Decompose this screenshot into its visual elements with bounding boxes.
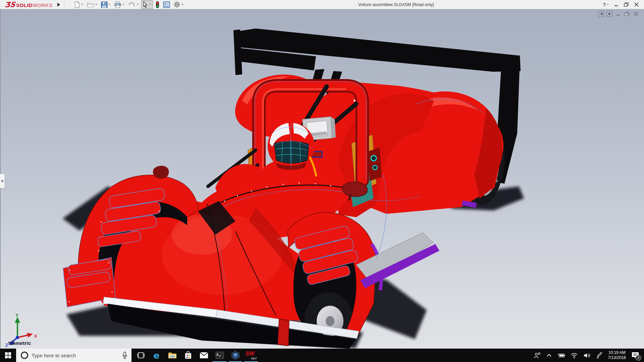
toolbar-separator	[64, 1, 64, 8]
open-button[interactable]: ▼	[86, 1, 99, 9]
new-document-icon	[74, 1, 80, 8]
close-button[interactable]	[631, 1, 641, 9]
battery-button[interactable]	[554, 349, 568, 362]
solidworks-2017-icon: SW 2017	[246, 351, 257, 360]
tray-overflow-button[interactable]	[544, 349, 554, 362]
battery-icon	[557, 353, 565, 358]
save-icon	[101, 1, 108, 8]
cortana-icon[interactable]	[21, 352, 28, 359]
solidworks-logo-glyph: ƷS	[4, 1, 16, 9]
dropdown-caret-icon[interactable]: ▼	[149, 3, 152, 6]
edge-browser-button[interactable]: e	[149, 349, 164, 362]
solidworks-taskbar-button[interactable]: SW 2017	[243, 349, 259, 362]
help-button[interactable]: ? ▼	[601, 1, 611, 9]
dropdown-caret-icon[interactable]: ▼	[95, 3, 98, 6]
windows-taskbar: Type here to search e	[0, 349, 644, 362]
search-placeholder: Type here to search	[32, 353, 122, 358]
command-prompt-button[interactable]	[212, 349, 227, 362]
wifi-icon	[571, 353, 578, 358]
view-orientation-label: *Dimetric	[8, 340, 31, 346]
chevron-up-icon	[546, 354, 552, 357]
restore-button[interactable]	[621, 1, 631, 9]
microsoft-store-button[interactable]	[180, 349, 196, 362]
display-panes-button[interactable]	[162, 1, 171, 9]
notification-badge: 2	[636, 355, 641, 361]
dropdown-caret-icon[interactable]: ▼	[81, 3, 84, 6]
document-title: Voiture assomblee.SLDASM [Read-only]	[358, 0, 434, 9]
dropdown-caret-icon[interactable]: ▼	[181, 3, 184, 6]
rebuild-stoplight-icon	[155, 1, 160, 8]
dropdown-caret-icon[interactable]: ▼	[122, 3, 125, 6]
print-icon	[114, 1, 121, 8]
clock-time: 10:19 AM	[608, 350, 626, 355]
desktop: ƷS SOLID WORKS ▼ ▼	[0, 0, 644, 362]
help-caret-icon: ▼	[606, 3, 609, 6]
new-document-button[interactable]: ▼	[73, 1, 85, 9]
driver-helmet[interactable]	[268, 123, 315, 170]
z-axis-label: Z	[5, 343, 8, 347]
pen-icon	[596, 352, 603, 359]
network-button[interactable]	[568, 349, 581, 362]
taskbar-app-icons: e	[133, 349, 259, 362]
save-button[interactable]: ▼	[100, 1, 112, 9]
solidworks-logo: ƷS SOLID WORKS	[5, 1, 53, 9]
options-button[interactable]: ▼	[172, 1, 185, 9]
minimize-button[interactable]	[611, 1, 621, 9]
print-button[interactable]: ▼	[113, 1, 126, 9]
quick-access-toolbar: ▼ ▼ ▼	[73, 0, 186, 9]
action-center-button[interactable]: 2	[629, 349, 644, 362]
task-view-icon	[137, 352, 145, 359]
command-prompt-icon	[215, 352, 224, 359]
file-explorer-button[interactable]	[164, 349, 180, 362]
display-panes-icon	[163, 1, 170, 8]
people-button[interactable]	[531, 349, 544, 362]
dropdown-caret-icon[interactable]: ▼	[136, 3, 139, 6]
volume-button[interactable]	[581, 349, 593, 362]
select-tool-button[interactable]: ▼	[141, 0, 153, 9]
car-assembly-model[interactable]	[1, 9, 644, 349]
select-cursor-icon	[143, 1, 148, 8]
menu-flyout-arrow-icon[interactable]	[56, 2, 61, 7]
pen-button[interactable]	[593, 349, 605, 362]
3d-viewer-icon	[231, 351, 240, 360]
edge-icon: e	[153, 350, 159, 361]
3d-viewer-app-button[interactable]	[227, 349, 243, 362]
solidworks-titlebar: ƷS SOLID WORKS ▼ ▼	[0, 0, 644, 9]
x-axis-arrow-icon	[27, 333, 33, 338]
undo-icon	[128, 2, 136, 8]
rebuild-stoplight-button[interactable]	[154, 1, 161, 9]
dropdown-caret-icon[interactable]: ▼	[108, 3, 111, 6]
x-axis-label: X	[34, 334, 37, 339]
file-explorer-icon	[168, 352, 177, 359]
mail-button[interactable]	[196, 349, 212, 362]
y-axis-label: Y	[15, 313, 18, 318]
start-button[interactable]	[0, 349, 16, 362]
microphone-icon[interactable]	[122, 352, 127, 359]
options-gear-icon	[173, 1, 180, 8]
logo-word-solid: SOLID	[16, 2, 32, 8]
microsoft-store-icon	[184, 351, 192, 359]
graphics-area[interactable]: Y X Z *Dimetric	[0, 9, 644, 349]
taskbar-clock[interactable]: 10:19 AM 7/13/2018	[605, 350, 629, 360]
undo-button[interactable]: ▼	[127, 1, 140, 9]
task-view-button[interactable]	[133, 349, 149, 362]
people-icon	[534, 352, 541, 358]
clock-date: 7/13/2018	[608, 355, 626, 360]
windows-logo-icon	[5, 352, 11, 358]
window-controls: ? ▼	[601, 0, 641, 9]
logo-word-works: WORKS	[33, 2, 53, 8]
open-icon	[87, 2, 94, 8]
system-tray: 10:19 AM 7/13/2018 2	[531, 349, 644, 362]
volume-icon	[583, 353, 591, 358]
taskbar-search-input[interactable]: Type here to search	[16, 349, 131, 362]
mail-icon	[200, 352, 208, 359]
